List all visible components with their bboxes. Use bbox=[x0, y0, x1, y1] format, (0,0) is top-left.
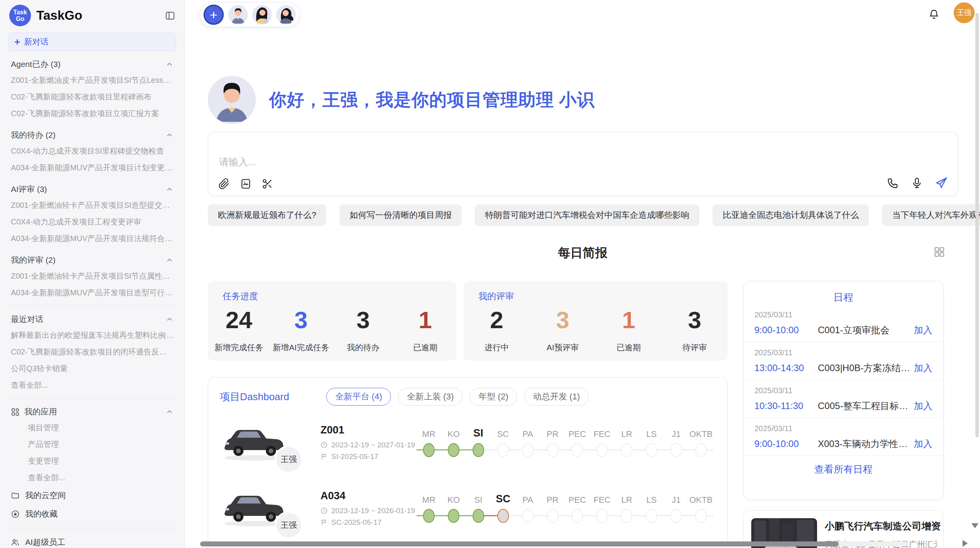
chevron-up-icon[interactable] bbox=[165, 315, 174, 324]
sidebar-task-item[interactable]: C02-飞腾新能源轻客改款项目立项汇报方案 bbox=[11, 105, 174, 122]
agent-avatar-3[interactable] bbox=[276, 5, 296, 24]
milestone-node bbox=[547, 509, 559, 523]
suggestion-chip[interactable]: 当下年轻人对汽车外观有怎样的喜好趋势 bbox=[882, 204, 980, 226]
sidebar-task-item[interactable]: Z001-全新燃油轻卡产品开发项目SI造型提交物评审 bbox=[11, 197, 174, 214]
filter-powertrain[interactable]: 动总开发 (1) bbox=[524, 388, 589, 406]
layout-grid-icon[interactable] bbox=[934, 246, 945, 258]
sidebar-task-item[interactable]: A034-全新新能源MUV产品开发项目造型可行性评审 bbox=[11, 284, 174, 301]
milestone-node bbox=[571, 509, 583, 523]
suggestion-chip[interactable]: 比亚迪全固态电池计划具体说了什么 bbox=[713, 204, 869, 226]
suggestion-chip[interactable]: 欧洲新规最近颁布了什么? bbox=[208, 204, 326, 226]
image-upload-icon[interactable] bbox=[240, 178, 252, 190]
suggestion-chip[interactable]: 如何写一份清晰的项目周报 bbox=[339, 204, 462, 226]
section-title: 最近对话 bbox=[11, 314, 43, 325]
sidebar-task-item[interactable]: C0X4-动力总成开发项目工程变更评审 bbox=[11, 214, 174, 230]
attachment-icon[interactable] bbox=[218, 178, 230, 190]
chevron-up-icon[interactable] bbox=[165, 256, 174, 264]
scissors-icon[interactable] bbox=[262, 178, 273, 190]
sidebar-collapse-icon[interactable] bbox=[165, 10, 175, 21]
project-row[interactable]: 王强 A034 2023-12-19 ~ 2026-01-19 SC-2025-… bbox=[208, 479, 727, 537]
schedule-date: 2025/03/11 bbox=[754, 386, 932, 395]
milestone-stage: J1 bbox=[664, 426, 689, 459]
vertical-scrollbar-thumb[interactable] bbox=[975, 13, 979, 437]
milestone-stage: LS bbox=[639, 426, 664, 459]
recent-chat-item[interactable]: 解释最新出台的欧盟报废车法规再生塑料比例被调至15%... bbox=[11, 327, 174, 344]
milestone-node bbox=[423, 509, 435, 523]
sidebar-task-item[interactable]: Z001-全新燃油皮卡产品开发项目SI节点Lesson Learn报告 bbox=[11, 72, 174, 89]
recent-chat-item[interactable]: C02-飞腾新能源轻客改款项目的闭环通告反馈情况 bbox=[11, 344, 174, 360]
join-link[interactable]: 加入 bbox=[914, 438, 932, 450]
chevron-up-icon[interactable] bbox=[165, 131, 174, 139]
scroll-down-arrow-icon[interactable] bbox=[971, 523, 978, 528]
stat-value: 3 bbox=[662, 305, 728, 335]
sidebar-task-item[interactable]: A034-全新新能源MUV产品开发项目计划变更表编写 bbox=[11, 159, 174, 176]
recent-chat-item[interactable]: 公司Q3轻卡销量 bbox=[11, 360, 174, 377]
milestone-label: PEC bbox=[569, 492, 586, 505]
project-owner-badge: 王强 bbox=[275, 445, 303, 473]
milestone-label: J1 bbox=[672, 492, 681, 505]
agent-avatar-1[interactable] bbox=[228, 5, 248, 24]
app-item-change-mgmt[interactable]: 变更管理 bbox=[11, 453, 174, 469]
chevron-up-icon[interactable] bbox=[165, 408, 174, 416]
view-all-schedule-link[interactable]: 查看所有日程 bbox=[744, 463, 943, 476]
chevron-up-icon[interactable] bbox=[165, 185, 174, 194]
sidebar-task-item[interactable]: C0X4-动力总成开发项目SI里程碑提交物检查 bbox=[11, 143, 174, 159]
filter-year-model[interactable]: 年型 (2) bbox=[469, 388, 517, 406]
join-link[interactable]: 加入 bbox=[914, 324, 932, 336]
project-code: A034 bbox=[320, 490, 416, 502]
suggestion-chip[interactable]: 特朗普可能对进口汽车增税会对中国车企造成哪些影响 bbox=[475, 204, 699, 226]
milestone-label: PA bbox=[523, 492, 533, 505]
section-title: Agent已办 (3) bbox=[11, 59, 60, 70]
recent-view-all[interactable]: 查看全部... bbox=[11, 377, 174, 394]
milestone-label: OKTB bbox=[689, 426, 713, 439]
agent-avatar-2[interactable] bbox=[252, 5, 272, 24]
milestone-node bbox=[473, 443, 484, 457]
apps-view-all[interactable]: 查看全部... bbox=[11, 469, 174, 486]
join-link[interactable]: 加入 bbox=[914, 400, 932, 412]
join-link[interactable]: 加入 bbox=[914, 362, 932, 374]
phone-call-icon[interactable] bbox=[887, 176, 899, 190]
milestone-stage: OKTB bbox=[689, 492, 713, 524]
filter-new-body[interactable]: 全新上装 (3) bbox=[398, 388, 463, 406]
stat-value: 3 bbox=[530, 305, 596, 335]
milestone-stage: MR bbox=[416, 492, 441, 524]
project-image: 王强 bbox=[220, 488, 290, 528]
sidebar-task-item[interactable]: Z001-全新燃油轻卡产品开发项目SI节点属性5D文件评审 bbox=[11, 268, 174, 284]
user-avatar[interactable]: 王强 bbox=[954, 2, 975, 23]
add-agent-button[interactable]: + bbox=[204, 5, 224, 25]
project-row[interactable]: 王强 Z001 2023-12-19 ~ 2027-01-19 SI-2025-… bbox=[208, 413, 727, 471]
scroll-right-arrow-icon[interactable] bbox=[963, 540, 968, 547]
send-icon[interactable] bbox=[935, 176, 948, 190]
greeting-text: 你好，王强，我是你的项目管理助理 小识 bbox=[269, 88, 595, 111]
schedule-name: X003-车辆动力学性能验... bbox=[818, 438, 914, 450]
chat-input[interactable] bbox=[219, 156, 567, 168]
app-item-product-mgmt[interactable]: 产品管理 bbox=[11, 436, 174, 453]
horizontal-scrollbar-thumb[interactable] bbox=[200, 541, 839, 546]
milestone-stage: PEC bbox=[565, 492, 590, 524]
stat-new-done: 24 新增完成任务 bbox=[208, 305, 270, 353]
microphone-icon[interactable] bbox=[911, 176, 923, 190]
my-review-card: 我的评审 2 进行中 3 AI预评审 1 已逾期 3 待评审 bbox=[464, 281, 728, 361]
filter-all-new-platform[interactable]: 全新平台 (4) bbox=[326, 388, 391, 406]
sidebar-item-cloud-space[interactable]: 我的云空间 bbox=[11, 486, 174, 505]
milestone-label: SC bbox=[497, 426, 509, 439]
project-date-range: 2023-12-19 ~ 2027-01-19 bbox=[331, 441, 415, 449]
app-item-project-mgmt[interactable]: 项目管理 bbox=[11, 420, 174, 436]
app-logo: Task Go bbox=[9, 5, 31, 26]
milestone-stage: SI bbox=[466, 492, 491, 524]
stat-new-ai-done: 3 新增AI完成任务 bbox=[270, 305, 332, 353]
sidebar-item-favorites[interactable]: 我的收藏 bbox=[11, 505, 174, 523]
chevron-up-icon[interactable] bbox=[165, 60, 174, 68]
sidebar-task-item[interactable]: C02-飞腾新能源轻客改款项目里程碑画布 bbox=[11, 89, 174, 105]
new-chat-button[interactable]: + 新对话 bbox=[9, 33, 176, 51]
dashboard-filters: 全新平台 (4) 全新上装 (3) 年型 (2) 动总开发 (1) bbox=[326, 388, 589, 406]
bell-icon[interactable] bbox=[928, 9, 940, 20]
plus-icon: + bbox=[14, 36, 20, 48]
schedule-item: 2025/03/11 10:30-11:30 C005-整车工程目标评审 加入 bbox=[744, 380, 943, 418]
milestone-stage: MR bbox=[416, 426, 441, 459]
sidebar-item-ai-super-staff[interactable]: AI超级员工 bbox=[11, 533, 174, 548]
project-code: Z001 bbox=[320, 424, 416, 436]
section-title: 我的评审 (2) bbox=[11, 255, 56, 265]
sidebar-task-item[interactable]: A034-全新新能源MUV产品开发项目法规符合性评审 bbox=[11, 230, 174, 247]
schedule-time: 9:00-10:00 bbox=[754, 325, 812, 336]
